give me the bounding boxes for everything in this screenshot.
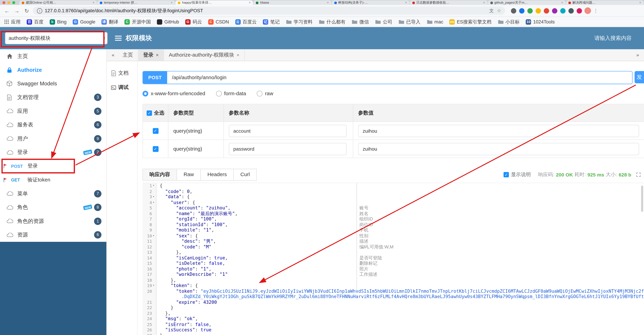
- hamburger-menu-icon[interactable]: [115, 36, 122, 41]
- bookmark-item[interactable]: bBing: [50, 19, 66, 24]
- sidebar-item-verify-token-get[interactable]: GET验证token: [0, 173, 106, 187]
- forward-button[interactable]: →: [13, 8, 20, 14]
- tab-close-icon[interactable]: ×: [169, 1, 173, 4]
- browser-tab[interactable]: github_pages/关于m…×: [488, 0, 566, 5]
- select-spinner-icon[interactable]: ▲▼: [103, 36, 106, 40]
- bookmark-item[interactable]: CCSDN: [208, 19, 229, 24]
- window-controls[interactable]: [2, 0, 15, 5]
- row-checkbox-checked[interactable]: ✓: [153, 128, 158, 134]
- site-info-icon[interactable]: i: [37, 8, 42, 13]
- extension-icon[interactable]: [552, 8, 558, 13]
- extension-icon[interactable]: [544, 8, 549, 13]
- sidebar-item-resource[interactable]: 资源6: [0, 228, 106, 242]
- bookmark-item[interactable]: 101024Tools: [526, 19, 555, 24]
- sidebar-item-authorize[interactable]: Authorize: [0, 63, 106, 77]
- tabs-scroll-left-icon[interactable]: «: [112, 52, 114, 58]
- extension-icon[interactable]: [519, 8, 524, 13]
- browser-tab[interactable]: 建国Online-公司相…×: [19, 0, 97, 5]
- back-button[interactable]: ←: [3, 8, 11, 14]
- extension-icon[interactable]: [576, 8, 582, 13]
- param-value-input[interactable]: zuihou: [358, 124, 639, 137]
- doc-tab[interactable]: 登录×: [138, 50, 164, 60]
- body-type-radio[interactable]: raw: [257, 91, 273, 96]
- bookmark-item[interactable]: GitHub: [157, 19, 179, 24]
- fold-caret-icon[interactable]: ▾: [152, 183, 155, 188]
- param-value-input[interactable]: zuihou: [358, 143, 639, 155]
- close-icon[interactable]: ×: [156, 52, 158, 58]
- fold-caret-icon[interactable]: ▾: [152, 200, 155, 205]
- sidebar-item-home[interactable]: 主页: [0, 49, 106, 63]
- bookmark-folder[interactable]: mac: [426, 19, 443, 24]
- address-bar[interactable]: i 127.0.0.1:8760/api/gate/doc.html#/auth…: [33, 6, 505, 15]
- tab-close-icon[interactable]: ×: [91, 1, 94, 4]
- sidebar-item-docs-manage[interactable]: 文档管理3: [0, 90, 106, 104]
- fullscreen-icon[interactable]: [636, 172, 641, 177]
- bookmark-folder[interactable]: 微信: [352, 19, 369, 25]
- close-window-icon[interactable]: [2, 1, 5, 4]
- mini-nav-doc[interactable]: 文档: [107, 66, 137, 80]
- tabs-scroll-right-icon[interactable]: »: [636, 52, 639, 58]
- minimize-window-icon[interactable]: [8, 1, 10, 4]
- row-checkbox-checked[interactable]: ✓: [153, 146, 158, 152]
- body-type-radio[interactable]: form-data: [216, 91, 246, 96]
- url-text[interactable]: 127.0.0.1:8760/api/gate/doc.html#/author…: [45, 8, 203, 14]
- reload-button[interactable]: ↻: [23, 8, 30, 14]
- tab-close-icon[interactable]: ×: [325, 1, 329, 4]
- sidebar-item-login-post[interactable]: POST登录: [0, 159, 106, 173]
- sidebar-item-login[interactable]: 登录NEW2: [0, 146, 106, 160]
- body-type-radio[interactable]: x-www-form-urlencoded: [142, 91, 205, 96]
- bookmark-folder[interactable]: 小目标: [498, 19, 520, 25]
- sidebar-item-service-table[interactable]: 服务表6: [0, 118, 106, 132]
- bookmark-item[interactable]: 百百度: [27, 19, 44, 25]
- tab-close-icon[interactable]: ×: [403, 1, 407, 4]
- send-button[interactable]: 发: [634, 71, 644, 83]
- doc-tab[interactable]: Authorize-authority-权限模块×: [164, 50, 244, 60]
- browser-menu-icon[interactable]: ⋮: [594, 8, 598, 13]
- tab-close-icon[interactable]: ×: [247, 1, 251, 4]
- search-input[interactable]: 请输入搜索内容: [594, 34, 632, 42]
- browser-tab[interactable]: hbase×: [254, 0, 331, 5]
- bookmark-item[interactable]: C开源中国: [124, 19, 151, 25]
- show-desc-checkbox[interactable]: ✓: [504, 172, 509, 177]
- extension-icon[interactable]: [568, 8, 574, 13]
- extension-icon[interactable]: [536, 8, 541, 13]
- response-tab[interactable]: Curl: [234, 169, 256, 180]
- browser-tab[interactable]: 日志数据参数接收批…×: [410, 0, 488, 5]
- bookmark-folder[interactable]: 已导入: [398, 19, 420, 25]
- param-name-input[interactable]: account: [229, 124, 346, 137]
- fold-caret-icon[interactable]: ▾: [152, 283, 155, 288]
- sidebar-item-role-resource[interactable]: 角色的资源1: [0, 214, 106, 228]
- module-select[interactable]: authority-权限模块 ▲▼: [5, 32, 108, 44]
- bookmark-item[interactable]: G码云: [185, 19, 202, 25]
- extension-icon[interactable]: [528, 8, 533, 13]
- doc-tab[interactable]: 主页: [118, 50, 138, 60]
- response-tab[interactable]: 响应内容: [143, 169, 177, 180]
- maximize-window-icon[interactable]: [12, 1, 15, 4]
- bookmark-item[interactable]: 译翻译: [102, 19, 118, 25]
- tab-close-icon[interactable]: ×: [560, 1, 563, 4]
- tab-close-icon[interactable]: ×: [481, 1, 485, 4]
- select-all-checkbox[interactable]: ✓: [146, 110, 152, 116]
- bookmark-item[interactable]: GGoogle: [73, 19, 96, 24]
- translate-icon[interactable]: 文: [489, 8, 494, 14]
- extension-icon[interactable]: [511, 8, 516, 13]
- bookmark-star-icon[interactable]: ☆: [497, 8, 501, 13]
- response-json-editor[interactable]: 1▾{2 "code": 0,3▾ "data": {4▾ "user": {5…: [142, 183, 644, 335]
- editor-scrollbar[interactable]: [641, 186, 643, 212]
- bookmark-item[interactable]: 应用: [4, 19, 20, 25]
- sidebar-item-app[interactable]: 应用5: [0, 104, 106, 118]
- bookmark-folder[interactable]: 什么都有: [319, 19, 346, 25]
- sidebar-item-role[interactable]: 角色NEW8: [0, 200, 106, 214]
- fold-caret-icon[interactable]: ▾: [152, 233, 155, 238]
- bookmark-item[interactable]: esES搜索引擎文档: [450, 19, 492, 25]
- close-icon[interactable]: ×: [237, 52, 239, 58]
- browser-tab[interactable]: happy/批量任务排…×: [176, 0, 253, 5]
- browser-tab[interactable]: 树形结构(含务子)-…×: [332, 0, 409, 5]
- sidebar-item-menu[interactable]: 菜单7: [0, 187, 106, 200]
- bookmark-item[interactable]: 云百度云: [235, 19, 257, 25]
- mini-nav-debug[interactable]: 调试: [107, 80, 137, 95]
- fold-caret-icon[interactable]: ▾: [152, 194, 155, 200]
- bookmark-item[interactable]: 记笔记: [263, 19, 280, 25]
- profile-avatar[interactable]: [584, 8, 591, 14]
- sidebar-item-swagger-models[interactable]: Swagger Models: [0, 77, 106, 90]
